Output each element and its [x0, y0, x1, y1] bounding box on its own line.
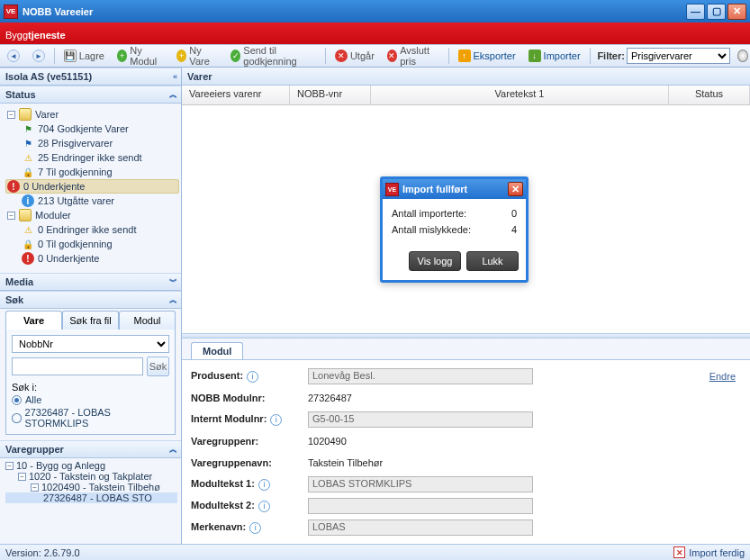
brand-bar: Byggtjeneste [0, 23, 750, 44]
vis-logg-button[interactable]: Vis logg [409, 251, 461, 271]
grid-header: Vareeiers varenr NOBB-vnr Varetekst 1 St… [182, 86, 750, 105]
send-button[interactable]: ✓Send til godkjenning [225, 42, 321, 69]
tab-sok-fra-fil[interactable]: Søk fra fil [62, 311, 119, 330]
search-button[interactable]: Søk [147, 357, 169, 376]
import-button[interactable]: ↓Importer [523, 47, 586, 65]
tree-m-tilgodk[interactable]: 🔒0 Til godkjenning [5, 237, 179, 251]
tree-tilgodk[interactable]: 🔒7 Til godkjenning [5, 165, 179, 179]
import-status[interactable]: ✕ Import ferdig [673, 546, 745, 558]
collapse-icon[interactable]: « [173, 72, 176, 81]
right-panel: Varer Vareeiers varenr NOBB-vnr Vareteks… [182, 68, 750, 544]
varegrupper-header[interactable]: Varegrupper︽ [0, 440, 181, 458]
endre-link[interactable]: Endre [709, 371, 736, 382]
col-nobbvnr[interactable]: NOBB-vnr [290, 86, 371, 104]
collapse-box-icon[interactable]: − [7, 212, 15, 220]
tab-modul[interactable]: Modul [119, 311, 176, 330]
window-title: NOBB Vareeier [23, 6, 684, 17]
info-icon[interactable]: i [247, 371, 258, 383]
app-icon: VE [4, 5, 18, 19]
collapse-box-icon[interactable]: − [5, 462, 14, 470]
info-icon[interactable]: i [270, 414, 282, 426]
vg-node-1[interactable]: −1020 - Takstein og Takplater [5, 471, 177, 482]
dialog-close-button[interactable]: ✕ [508, 182, 523, 196]
vg-label: 1020 - Takstein og Takplater [29, 471, 152, 482]
tree-label: 25 Endringer ikke sendt [38, 152, 142, 163]
chevron-up-icon[interactable]: ︽ [169, 444, 176, 456]
search-input[interactable] [12, 357, 143, 375]
x-icon: ✕ [335, 50, 348, 62]
search-field-select[interactable]: NobbNr [12, 335, 169, 353]
status-text: Import ferdig [689, 547, 745, 558]
vg-node-3[interactable]: 27326487 - LOBAS STO [5, 492, 177, 503]
tree-label: 704 Godkjente Varer [38, 123, 129, 134]
window-titlebar: VE NOBB Vareeier — ▢ ✕ [0, 0, 750, 23]
row-merke: Merkenavn:i LOBAS [191, 517, 741, 538]
minimize-button[interactable]: — [686, 4, 705, 20]
tree-label: Varer [35, 109, 59, 120]
tree-moduler[interactable]: −Moduler [5, 208, 179, 222]
tree-label: 0 Endringer ikke sendt [38, 224, 136, 235]
vg-node-0[interactable]: −10 - Bygg og Anlegg [5, 460, 177, 471]
filter-label: Filter: [597, 50, 625, 61]
tree-m-underkj[interactable]: !0 Underkjente [5, 251, 179, 266]
chevron-down-icon[interactable]: ︾ [169, 276, 176, 288]
new-modul-button[interactable]: +Ny Modul [112, 42, 169, 69]
toolbar: ◄ ► 💾Lagre +Ny Modul +Ny Vare ✓Send til … [0, 44, 750, 68]
lukk-button[interactable]: Lukk [466, 251, 519, 271]
vg-node-2[interactable]: −1020490 - Takstein Tilbehø [5, 482, 177, 492]
filter-select[interactable]: Prisgivervarer [627, 48, 730, 64]
flag-icon: ⚑ [22, 122, 34, 135]
alert-icon: ! [22, 252, 34, 265]
col-varetekst1[interactable]: Varetekst 1 [371, 86, 669, 104]
gear-icon[interactable] [737, 50, 748, 62]
info-icon[interactable]: i [258, 501, 270, 512]
collapse-box-icon[interactable]: − [31, 483, 39, 492]
chevron-up-icon[interactable]: ︽ [169, 89, 176, 101]
info-icon[interactable]: i [249, 522, 261, 534]
tree-godkjente[interactable]: ⚑704 Godkjente Varer [5, 122, 179, 136]
val-vgnavn: Takstein Tilbehør [308, 457, 383, 468]
media-header-text: Media [5, 276, 33, 287]
utgar-button[interactable]: ✕Utgår [330, 47, 380, 65]
chevron-up-icon[interactable]: ︽ [169, 294, 176, 306]
sok-header[interactable]: Søk︽ [0, 291, 181, 309]
radio-alle[interactable]: Alle [12, 394, 169, 405]
tree-label: Moduler [35, 210, 71, 221]
avslutt-label: Avslutt pris [400, 45, 439, 67]
lbl-vgnavn: Varegruppenavn: [191, 457, 308, 468]
close-button[interactable]: ✕ [727, 4, 746, 20]
info-icon[interactable]: i [258, 479, 270, 491]
tree-utgatte[interactable]: i213 Utgåtte varer [5, 194, 179, 208]
tree-endringer[interactable]: ⚠25 Endringer ikke sendt [5, 150, 179, 165]
nav-fwd-button[interactable]: ► [27, 47, 50, 65]
sok-header-text: Søk [5, 294, 23, 305]
row-mt1: Modultekst 1:i LOBAS STORMKLIPS [191, 474, 741, 495]
collapse-box-icon[interactable]: − [18, 473, 26, 481]
media-header[interactable]: Media︾ [0, 273, 181, 291]
status-header[interactable]: Status︽ [0, 86, 181, 104]
status-header-text: Status [5, 89, 36, 100]
col-status[interactable]: Status [669, 86, 750, 104]
radio-other[interactable]: 27326487 - LOBAS STORMKLIPS [12, 407, 169, 429]
col-varenr[interactable]: Vareeiers varenr [182, 86, 290, 104]
export-button[interactable]: ↑Eksporter [453, 47, 521, 65]
modul-form: Produsent:i Lonevåg Besl. Endre NOBB Mod… [182, 360, 750, 544]
plus-icon: + [176, 50, 186, 62]
avslutt-button[interactable]: ✕Avslutt pris [382, 42, 445, 69]
collapse-box-icon[interactable]: − [7, 111, 15, 119]
maximize-button[interactable]: ▢ [707, 4, 726, 20]
nav-back-button[interactable]: ◄ [2, 47, 25, 65]
tree-varer[interactable]: −Varer [5, 107, 179, 122]
new-vare-button[interactable]: +Ny Vare [171, 42, 223, 69]
modul-tabs: Modul [182, 339, 750, 360]
tab-modul-detail[interactable]: Modul [191, 342, 243, 359]
tree-underkjente[interactable]: !0 Underkjente [5, 179, 179, 194]
utgar-label: Utgår [350, 50, 375, 61]
tab-vare[interactable]: Vare [5, 311, 62, 330]
lbl-mt2: Modultekst 2:i [191, 500, 308, 512]
tree-prisgiver[interactable]: ⚑28 Prisgivervarer [5, 136, 179, 150]
tree-m-endringer[interactable]: ⚠0 Endringer ikke sendt [5, 222, 179, 237]
save-button[interactable]: 💾Lagre [59, 47, 110, 65]
varer-section-header: Varer [182, 68, 750, 86]
row-vgnavn: Varegruppenavn: Takstein Tilbehør [191, 452, 741, 474]
